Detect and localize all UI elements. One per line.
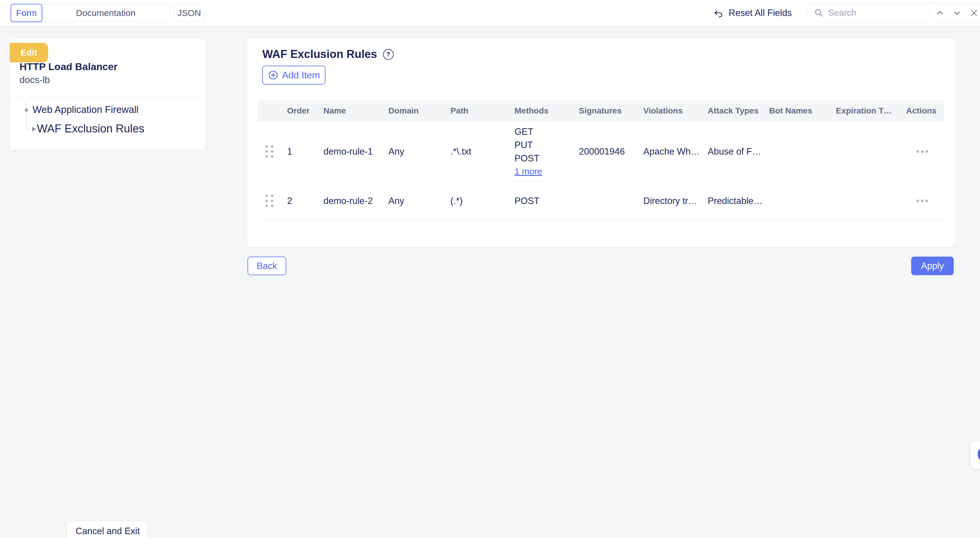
reset-all-fields-label: Reset All Fields xyxy=(729,8,792,18)
search-prev-button[interactable] xyxy=(932,3,948,22)
cell-signatures: 200001946 xyxy=(573,146,637,157)
sidebar-item-waf-exclusion-rules[interactable]: WAF Exclusion Rules xyxy=(37,122,145,135)
help-icon[interactable]: ? xyxy=(383,49,394,60)
method-label: GET xyxy=(514,126,573,137)
sidebar-object-type: HTTP Load Balancer xyxy=(19,61,118,72)
cell-domain: Any xyxy=(382,146,444,157)
waf-exclusion-rules-page: Form Documentation JSON Reset All Fields xyxy=(0,0,980,538)
drag-dots-icon xyxy=(265,195,274,208)
drag-dots-icon xyxy=(265,145,274,158)
sidebar-divider xyxy=(10,97,205,98)
cell-attack-types: Predictable… xyxy=(702,196,763,206)
help-widget-icon xyxy=(978,446,980,463)
caret-right-icon xyxy=(32,127,36,131)
col-violations: Violations xyxy=(637,106,702,116)
cell-order: 2 xyxy=(281,196,318,206)
sidebar-card: Edit HTTP Load Balancer docs-lb Web Appl… xyxy=(10,38,205,150)
section-header: WAF Exclusion Rules ? xyxy=(262,48,394,61)
search-icon xyxy=(814,8,824,18)
cell-methods: POST xyxy=(509,196,573,206)
add-item-button[interactable]: Add Item xyxy=(262,65,326,85)
cell-attack-types: Abuse of F… xyxy=(702,146,763,157)
cell-name: demo-rule-1 xyxy=(318,146,382,157)
cell-actions xyxy=(900,196,944,205)
waf-rules-table: Order Name Domain Path Methods Signature… xyxy=(258,100,944,220)
cell-name: demo-rule-2 xyxy=(318,196,382,206)
tab-form[interactable]: Form xyxy=(11,4,42,22)
main-panel: WAF Exclusion Rules ? Add Item Order Nam… xyxy=(247,38,955,246)
row-actions-menu-button[interactable] xyxy=(913,196,931,205)
top-bar: Form Documentation JSON Reset All Fields xyxy=(0,0,980,26)
cell-actions xyxy=(900,147,944,156)
col-signatures: Signatures xyxy=(573,106,637,116)
search-divider xyxy=(930,6,931,19)
cancel-and-exit-button[interactable]: Cancel and Exit xyxy=(67,521,148,538)
help-widget[interactable] xyxy=(970,441,980,469)
search-input[interactable] xyxy=(828,8,917,18)
sidebar-item-web-application-firewall[interactable]: Web Application Firewall xyxy=(32,104,138,115)
col-actions: Actions xyxy=(900,106,944,116)
method-label: PUT xyxy=(514,140,573,150)
table-row: 1 demo-rule-1 Any .*\.txt GET PUT POST 1… xyxy=(258,121,944,182)
more-methods-link[interactable]: 1 more xyxy=(514,166,542,176)
method-label: POST xyxy=(514,153,573,164)
section-title: WAF Exclusion Rules xyxy=(262,48,377,61)
col-name: Name xyxy=(318,106,382,116)
col-order: Order xyxy=(281,106,318,116)
search-close-icon[interactable] xyxy=(966,3,980,22)
edit-badge: Edit xyxy=(10,43,48,62)
search-box xyxy=(808,3,980,22)
tree-line xyxy=(26,102,27,129)
cell-domain: Any xyxy=(382,196,444,206)
col-attack-types: Attack Types xyxy=(702,106,763,116)
plus-circle-icon xyxy=(268,70,278,80)
drag-handle[interactable] xyxy=(258,195,281,208)
reset-all-fields-button[interactable]: Reset All Fields xyxy=(713,0,792,26)
cell-violations: Directory tr… xyxy=(637,196,702,206)
table-header-row: Order Name Domain Path Methods Signature… xyxy=(258,100,944,121)
sidebar-divider-notch xyxy=(22,93,31,102)
method-label: POST xyxy=(514,196,573,206)
back-button[interactable]: Back xyxy=(248,257,286,275)
search-next-button[interactable] xyxy=(949,3,965,22)
col-domain: Domain xyxy=(382,106,444,116)
drag-handle[interactable] xyxy=(258,145,281,158)
col-bot-names: Bot Names xyxy=(763,106,830,116)
cell-path: .*\.txt xyxy=(444,146,509,157)
reset-icon xyxy=(713,8,724,18)
cell-path: (.*) xyxy=(444,196,509,206)
col-expiration: Expiration T… xyxy=(830,106,900,116)
sidebar-object-name: docs-lb xyxy=(19,75,50,85)
col-path: Path xyxy=(444,106,509,116)
cell-methods: GET PUT POST 1 more xyxy=(509,126,573,176)
cell-violations: Apache Wh… xyxy=(637,146,702,157)
row-actions-menu-button[interactable] xyxy=(913,147,931,156)
tab-json[interactable]: JSON xyxy=(174,4,205,22)
cell-order: 1 xyxy=(281,146,318,157)
tab-documentation[interactable]: Documentation xyxy=(41,4,170,22)
tree-elbow xyxy=(26,129,31,129)
add-item-label: Add Item xyxy=(282,70,320,81)
apply-button[interactable]: Apply xyxy=(911,257,954,275)
col-methods: Methods xyxy=(509,106,573,116)
table-row: 2 demo-rule-2 Any (.*) POST Directory tr… xyxy=(258,182,944,220)
bullet-icon xyxy=(25,109,28,112)
